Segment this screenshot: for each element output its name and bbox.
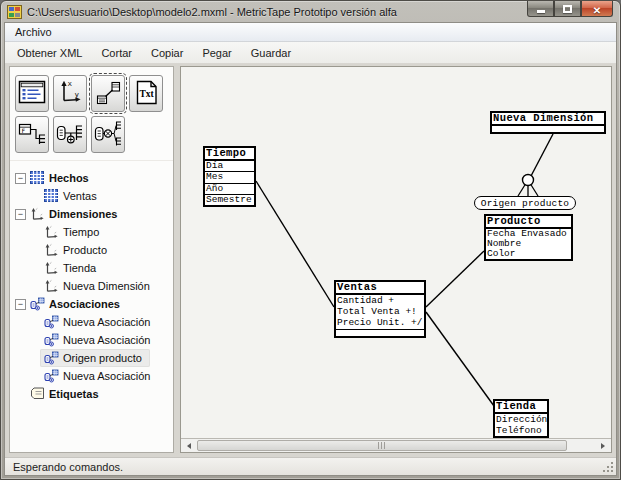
diagram-node-ventas[interactable]: VentasCantidad +Total Venta +!Precio Uni… [334, 280, 426, 338]
association-oval-label: Origen producto [481, 198, 570, 209]
palette-tool-dimension-link[interactable] [53, 116, 87, 153]
node-title: Tienda [495, 401, 547, 414]
diagram-canvas[interactable]: TiempoDíaMesAñoSemestreNueva DimensiónPr… [181, 67, 611, 438]
dimension-axis-tool-icon: xy [57, 79, 84, 109]
scrollbar-thumb[interactable] [197, 440, 567, 451]
axis-icon [44, 279, 59, 293]
tree-item-tiempo[interactable]: Tiempo [12, 223, 171, 241]
tree-item-producto[interactable]: Producto [12, 241, 171, 259]
scroll-right-button[interactable] [595, 439, 611, 452]
tree-item-label: Producto [63, 244, 107, 256]
tree-item-label: Tienda [63, 262, 96, 274]
tree-item-nueva-asociacion[interactable]: Nueva Asociación [12, 331, 171, 349]
node-attribute: Fecha Envasado [486, 229, 571, 239]
tree-item-label: Origen producto [63, 352, 142, 364]
app-icon [7, 5, 22, 19]
tree-item-inner: Etiquetas [26, 385, 107, 403]
tree-item-inner: Producto [40, 241, 115, 259]
node-rows: Fecha EnvasadoNombreColor [486, 229, 571, 259]
tree-item-inner: Dimensiones [26, 205, 125, 223]
text-label-tool-icon: Txt [133, 79, 160, 109]
tool-palette: xyTxtF [10, 67, 173, 161]
collapse-expander-icon[interactable] [15, 299, 26, 310]
minimize-button[interactable] [527, 1, 554, 17]
fact-link-tool-icon: F [17, 119, 47, 151]
node-rows [492, 126, 604, 132]
canvas-panel: TiempoDíaMesAñoSemestreNueva DimensiónPr… [180, 66, 612, 453]
collapse-expander-icon[interactable] [15, 173, 26, 184]
toolbar-button-copiar[interactable]: Copiar [143, 45, 191, 61]
node-attribute: Semestre [205, 195, 254, 205]
horizontal-scrollbar[interactable] [181, 438, 611, 452]
palette-tool-fact-table[interactable] [15, 75, 49, 112]
model-tree: HechosVentasDimensionesTiempoProductoTie… [10, 161, 173, 452]
svg-text:F: F [22, 126, 26, 133]
palette-tool-association[interactable] [91, 75, 125, 112]
close-button[interactable] [581, 1, 613, 17]
tree-item-inner: Nueva Asociación [40, 367, 158, 385]
palette-tool-multi-association[interactable] [91, 116, 125, 153]
tree-item-dimensiones[interactable]: Dimensiones [12, 205, 171, 223]
scrollbar-track[interactable] [197, 440, 595, 451]
palette-row: F [15, 116, 169, 153]
toolbar-button-cortar[interactable]: Cortar [93, 45, 140, 61]
tree-item-label: Hechos [49, 172, 89, 184]
close-icon [593, 0, 601, 18]
scroll-left-icon [187, 443, 191, 449]
tree-item-inner: Nueva Asociación [40, 313, 158, 331]
node-attribute: Teléfono [495, 425, 547, 436]
toolbar-button-guardar[interactable]: Guardar [243, 45, 299, 61]
client-area: Archivo Obtener XMLCortarCopiarPegarGuar… [4, 22, 617, 476]
palette-row: xyTxt [15, 75, 169, 112]
window-title: C:\Users\usuario\Desktop\modelo2.mxml - … [27, 6, 481, 18]
node-footer [336, 329, 424, 336]
diagram-node-tienda[interactable]: TiendaDirecciónTeléfono [493, 399, 549, 438]
tree-item-ventas[interactable]: Ventas [12, 187, 171, 205]
svg-text:Txt: Txt [139, 89, 154, 99]
tree-item-inner: Asociaciones [26, 295, 128, 313]
menu-item-archivo[interactable]: Archivo [8, 24, 59, 40]
multi-association-tool-icon [93, 119, 123, 151]
node-title: Tiempo [205, 148, 254, 161]
tree-item-inner: Tiempo [40, 223, 107, 241]
app-window: C:\Users\usuario\Desktop\modelo2.mxml - … [0, 0, 621, 480]
tree-item-label: Dimensiones [49, 208, 117, 220]
diagram-node-origen-producto[interactable]: Origen producto [474, 196, 576, 210]
collapse-expander-icon[interactable] [15, 209, 26, 220]
tree-item-asociaciones[interactable]: Asociaciones [12, 295, 171, 313]
tree-item-nueva-dimension[interactable]: Nueva Dimensión [12, 277, 171, 295]
diagram-node-nueva-dimension[interactable]: Nueva Dimensión [490, 111, 606, 134]
palette-tool-dimension-axis[interactable]: xy [53, 75, 87, 112]
resize-grip[interactable] [602, 461, 615, 474]
node-title: Nueva Dimensión [492, 113, 604, 126]
tree-item-tienda[interactable]: Tienda [12, 259, 171, 277]
scroll-right-icon [601, 443, 605, 449]
node-title: Ventas [336, 282, 424, 295]
axis-icon [44, 225, 59, 239]
tree-item-etiquetas[interactable]: Etiquetas [12, 385, 171, 403]
tree-item-nueva-asociacion[interactable]: Nueva Asociación [12, 313, 171, 331]
toolbar-button-obtener-xml[interactable]: Obtener XML [9, 45, 90, 61]
toolbar-button-pegar[interactable]: Pegar [194, 45, 239, 61]
maximize-icon [563, 5, 572, 13]
tree-item-inner: Origen producto [40, 349, 150, 367]
tree-item-label: Tiempo [63, 226, 99, 238]
tree-item-origen-producto[interactable]: Origen producto [12, 349, 171, 367]
association-icon [44, 315, 59, 329]
diagram-node-producto[interactable]: ProductoFecha EnvasadoNombreColor [484, 214, 573, 261]
palette-tool-text-label[interactable]: Txt [129, 75, 163, 112]
association-icon [30, 297, 45, 311]
tree-item-nueva-asociacion[interactable]: Nueva Asociación [12, 367, 171, 385]
tree-item-hechos[interactable]: Hechos [12, 169, 171, 187]
node-attribute: Año [205, 184, 254, 195]
diagram-node-tiempo[interactable]: TiempoDíaMesAñoSemestre [203, 146, 256, 207]
palette-tool-fact-link[interactable]: F [15, 116, 49, 153]
scroll-left-button[interactable] [181, 439, 197, 452]
axis-icon [30, 207, 45, 221]
tree-item-label: Etiquetas [49, 388, 99, 400]
node-attribute: Total Venta +! [336, 306, 424, 317]
node-rows: DíaMesAñoSemestre [205, 161, 254, 205]
tree-item-label: Asociaciones [49, 298, 120, 310]
maximize-button[interactable] [554, 1, 581, 17]
minimize-icon [537, 10, 545, 13]
